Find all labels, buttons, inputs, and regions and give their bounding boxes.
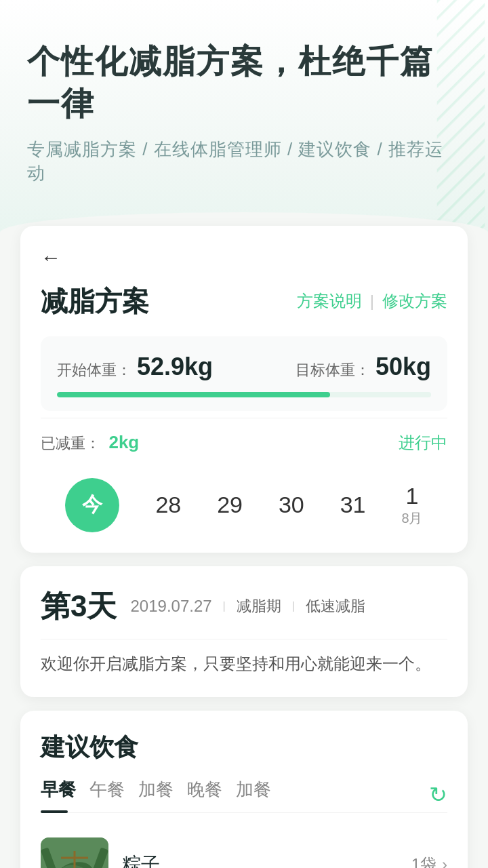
day-info-card: 第3天 2019.07.27 | 减脂期 | 低速减脂 欢迎你开启减脂方案，只要…	[20, 566, 468, 697]
header-section: 个性化减脂方案，杜绝千篇一律 专属减脂方案 / 在线体脂管理师 / 建议饮食 /…	[0, 0, 488, 239]
plan-title: 减脂方案	[41, 283, 149, 320]
calendar-day-1[interactable]: 1 8月	[401, 483, 422, 528]
calendar-day-31[interactable]: 31	[340, 492, 366, 518]
status-badge: 进行中	[399, 432, 447, 454]
start-weight-label: 开始体重：	[57, 360, 131, 380]
back-button[interactable]: ←	[41, 246, 61, 269]
diagonal-decoration	[434, 0, 488, 239]
weight-row: 开始体重： 52.9kg 目标体重： 50kg	[57, 353, 431, 381]
food-thumbnail	[41, 837, 108, 868]
target-weight-value: 50kg	[375, 353, 431, 381]
today-button[interactable]: 今	[65, 478, 119, 532]
tab-dinner[interactable]: 晚餐	[187, 778, 236, 812]
calendar-day-28[interactable]: 28	[155, 492, 181, 518]
progress-bar-fill	[57, 392, 330, 397]
food-section-title: 建议饮食	[41, 731, 447, 764]
food-image	[41, 837, 108, 868]
tab-snack2[interactable]: 加餐	[236, 778, 285, 812]
day-date: 2019.07.27	[130, 597, 211, 616]
food-name: 粽子	[122, 854, 160, 868]
main-content: ← 减脂方案 方案说明 | 修改方案 开始体重： 52.9kg 目标体重： 50…	[0, 226, 488, 868]
lost-weight-label: 已减重：	[41, 435, 100, 452]
plan-actions: 方案说明 | 修改方案	[297, 290, 447, 312]
weight-info-box: 开始体重： 52.9kg 目标体重： 50kg	[41, 336, 447, 411]
food-info: 粽子	[122, 852, 398, 868]
day-tag-period: 减脂期	[237, 596, 281, 616]
progress-bar-container	[57, 392, 431, 397]
food-quantity: 1袋	[411, 854, 436, 868]
calendar-day-29[interactable]: 29	[217, 492, 243, 518]
cal-day-num: 29	[217, 492, 243, 518]
cal-day-num: 31	[340, 492, 366, 518]
plan-description-link[interactable]: 方案说明	[297, 290, 362, 312]
cal-day-num: 1	[405, 483, 418, 509]
card-header: 减脂方案 方案说明 | 修改方案	[41, 283, 447, 320]
calendar-day-30[interactable]: 30	[279, 492, 304, 518]
today-label: 今	[82, 491, 102, 519]
calendar-row: 今 28 29 30 31 1 8月	[41, 465, 447, 539]
food-section: 建议饮食 早餐 午餐 加餐 晚餐 加餐 ↻	[20, 711, 468, 868]
tab-snack1[interactable]: 加餐	[138, 778, 187, 812]
lost-weight-info: 已减重： 2kg	[41, 432, 139, 454]
plan-card: ← 减脂方案 方案说明 | 修改方案 开始体重： 52.9kg 目标体重： 50…	[20, 226, 468, 553]
day-meta: 2019.07.27 | 减脂期 | 低速减脂	[130, 596, 365, 616]
target-weight: 目标体重： 50kg	[296, 353, 431, 381]
food-item[interactable]: 粽子 1袋 ›	[41, 827, 447, 868]
food-row-right: 1袋 ›	[411, 854, 447, 868]
day-number: 第3天	[41, 587, 117, 627]
cal-month-label: 8月	[401, 509, 422, 528]
day-divider-2: |	[292, 600, 295, 612]
start-weight: 开始体重： 52.9kg	[57, 353, 213, 381]
meal-tabs: 早餐 午餐 加餐 晚餐 加餐 ↻	[41, 778, 447, 813]
subtitle: 专属减脂方案 / 在线体脂管理师 / 建议饮食 / 推荐运动	[27, 138, 461, 185]
tab-lunch[interactable]: 午餐	[89, 778, 138, 812]
lost-weight-value: 2kg	[108, 432, 139, 452]
tab-breakfast[interactable]: 早餐	[41, 778, 89, 812]
action-divider: |	[370, 292, 374, 311]
cal-day-num: 30	[279, 492, 304, 518]
day-divider-1: |	[223, 600, 226, 612]
status-row: 已减重： 2kg 进行中	[41, 418, 447, 458]
target-weight-label: 目标体重：	[296, 360, 370, 380]
day-header: 第3天 2019.07.27 | 减脂期 | 低速减脂	[41, 587, 447, 627]
main-title: 个性化减脂方案，杜绝千篇一律	[27, 41, 461, 125]
day-welcome-text: 欢迎你开启减脂方案，只要坚持和用心就能迎来一个。	[41, 639, 447, 684]
cal-day-num: 28	[155, 492, 181, 518]
svg-rect-1	[437, 0, 485, 239]
day-tag-type: 低速减脂	[306, 596, 365, 616]
refresh-icon[interactable]: ↻	[429, 782, 447, 808]
start-weight-value: 52.9kg	[137, 353, 213, 381]
modify-plan-link[interactable]: 修改方案	[382, 290, 447, 312]
food-detail-arrow[interactable]: ›	[442, 855, 447, 868]
